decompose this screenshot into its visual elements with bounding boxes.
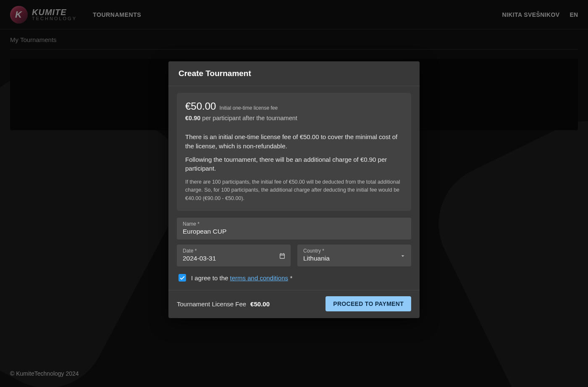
agree-checkbox[interactable] [178, 274, 186, 282]
date-field[interactable]: Date * [177, 245, 291, 266]
date-input[interactable] [183, 255, 285, 262]
modal-body: €50.00 Initial one-time license fee €0.9… [168, 86, 420, 290]
agree-row: I agree to the terms and conditions * [178, 274, 410, 282]
license-fee-amount: €50.00 [185, 100, 216, 112]
terms-link[interactable]: terms and conditions [230, 274, 288, 282]
proceed-to-payment-button[interactable]: PROCEED TO PAYMENT [326, 296, 411, 311]
country-value: Lithuania [303, 255, 405, 262]
license-fee-caption: Initial one-time license fee [219, 105, 278, 111]
per-participant-line: €0.90 per participant after the tourname… [185, 115, 403, 121]
pricing-panel: €50.00 Initial one-time license fee €0.9… [177, 93, 411, 211]
name-field[interactable]: Name * [177, 218, 411, 240]
country-field[interactable]: Country * Lithuania [297, 245, 411, 266]
name-field-label: Name * [183, 221, 405, 227]
pricing-paragraph-2: Following the tournament, there will be … [185, 155, 403, 174]
pricing-fineprint: If there are 100 participants, the initi… [185, 178, 403, 203]
fee-label: Tournament License Fee [177, 300, 246, 308]
modal-title: Create Tournament [178, 69, 410, 78]
country-field-label: Country * [303, 248, 405, 254]
modal-header: Create Tournament [168, 61, 420, 86]
required-star: * [289, 275, 292, 282]
per-participant-text: per participant after the tournament [200, 115, 297, 121]
agree-prefix: I agree to the [191, 274, 230, 282]
create-tournament-modal: Create Tournament €50.00 Initial one-tim… [168, 61, 420, 318]
name-input[interactable] [183, 228, 405, 235]
fee-amount: €50.00 [250, 300, 270, 308]
modal-footer: Tournament License Fee €50.00 PROCEED TO… [168, 290, 420, 318]
per-participant-amount: €0.90 [185, 115, 200, 121]
pricing-paragraph-1: There is an initial one-time license fee… [185, 132, 403, 151]
date-field-label: Date * [183, 248, 285, 254]
modal-overlay[interactable]: Create Tournament €50.00 Initial one-tim… [0, 0, 588, 387]
